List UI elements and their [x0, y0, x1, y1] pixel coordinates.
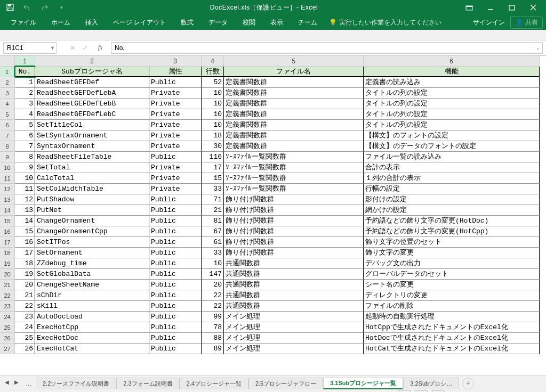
column-header[interactable]: 1 [15, 56, 35, 67]
row-header[interactable]: 8 [0, 141, 15, 152]
cell-func[interactable]: 影付けの設定 [364, 194, 540, 205]
sheet-tab[interactable]: 2.4プロシージャ一覧 [180, 378, 248, 389]
sheet-tab[interactable]: 3.2Subプロシ… [403, 378, 459, 389]
cell-func[interactable]: ファイルの削除 [364, 301, 540, 312]
cell-attr[interactable]: Private [149, 99, 202, 109]
column-header[interactable]: 6 [364, 56, 540, 67]
tab-nav-next[interactable]: ▶ [12, 378, 21, 387]
row-header[interactable]: 21 [0, 280, 15, 290]
row-header[interactable]: 5 [0, 109, 15, 120]
qat-customize[interactable]: ▾ [53, 1, 69, 14]
row-header[interactable]: 3 [0, 88, 15, 99]
cell-func[interactable]: 飾り文字の位置のセット [364, 237, 540, 248]
cell-func[interactable]: 網かけの設定 [364, 205, 540, 216]
cell-func[interactable]: タイトルの列の設定 [364, 99, 540, 109]
column-header[interactable]: 5 [224, 56, 364, 67]
cell-func[interactable]: シート名の変更 [364, 280, 540, 290]
redo-button[interactable] [36, 1, 52, 14]
row-header[interactable]: 20 [0, 269, 15, 280]
cell-lines[interactable]: 10 [202, 99, 224, 109]
sheet-tab[interactable]: 2.2ソースファイル説明書 [36, 378, 116, 389]
cell-attr[interactable]: Private [149, 109, 202, 120]
table-header-cell[interactable]: 行数 [202, 67, 224, 77]
cell-attr[interactable]: Public [149, 312, 202, 322]
cell-lines[interactable]: 33 [202, 184, 224, 194]
cell-file[interactable]: 飾り付け関数群 [224, 194, 364, 205]
cell-no[interactable]: 5 [15, 120, 35, 130]
row-header[interactable]: 1 [0, 67, 15, 77]
cell-no[interactable]: 20 [15, 280, 35, 290]
cell-no[interactable]: 7 [15, 141, 35, 152]
spreadsheet-grid[interactable]: 1234561No.Subプロシージャ名属性行数ファイル名機能21ReadShe… [0, 55, 546, 375]
cell-file[interactable]: ｿｰｽﾌｧｲﾙ一覧関数群 [224, 162, 364, 173]
cell-subname[interactable]: ReadSheetGEFDefLebC [35, 109, 149, 120]
cell-attr[interactable]: Public [149, 205, 202, 216]
cell-attr[interactable]: Private [149, 120, 202, 130]
row-header[interactable]: 22 [0, 290, 15, 301]
cell-file[interactable]: 共通関数群 [224, 290, 364, 301]
cell-subname[interactable]: ChangeOrnament [35, 216, 149, 226]
cell-func[interactable]: 【構文】のフォントの設定 [364, 130, 540, 141]
cell-subname[interactable]: ExecHotDoc [35, 333, 149, 344]
cell-no[interactable]: 6 [15, 130, 35, 141]
cell-attr[interactable]: Public [149, 258, 202, 269]
column-header[interactable]: 2 [35, 56, 149, 67]
cell-file[interactable]: ｿｰｽﾌｧｲﾙ一覧関数群 [224, 184, 364, 194]
cell-subname[interactable]: ReadSheetGEFDef [35, 77, 149, 88]
row-header[interactable]: 14 [0, 205, 15, 216]
row-header[interactable]: 17 [0, 237, 15, 248]
cell-subname[interactable]: ExecHotCpp [35, 322, 149, 333]
cell-attr[interactable]: Public [149, 77, 202, 88]
cell-no[interactable]: 24 [15, 322, 35, 333]
cell-no[interactable]: 11 [15, 184, 35, 194]
cell-lines[interactable]: 30 [202, 141, 224, 152]
cell-file[interactable]: 定義書関数群 [224, 88, 364, 99]
cell-subname[interactable]: AutoDocLoad [35, 312, 149, 322]
cell-no[interactable]: 13 [15, 205, 35, 216]
cell-file[interactable]: メイン処理 [224, 333, 364, 344]
cell-subname[interactable]: ChengeSheetName [35, 280, 149, 290]
cell-func[interactable]: 起動時の自動実行処理 [364, 312, 540, 322]
cell-func[interactable]: 予約語などの飾り文字の変更(HotCpp) [364, 226, 540, 237]
cell-attr[interactable]: Public [149, 226, 202, 237]
cell-file[interactable]: メイン処理 [224, 312, 364, 322]
column-header[interactable]: 3 [149, 56, 202, 67]
row-header[interactable]: 16 [0, 226, 15, 237]
cell-no[interactable]: 1 [15, 77, 35, 88]
cell-attr[interactable]: Private [149, 173, 202, 184]
table-header-cell[interactable]: No. [15, 67, 35, 77]
cell-file[interactable]: 共通関数群 [224, 280, 364, 290]
row-header[interactable]: 10 [0, 162, 15, 173]
cell-no[interactable]: 4 [15, 109, 35, 120]
cell-no[interactable]: 15 [15, 226, 35, 237]
row-header[interactable]: 4 [0, 99, 15, 109]
sheet-tab[interactable]: 2.3フォーム説明書 [116, 378, 179, 389]
tab-overflow-left[interactable]: … [21, 378, 36, 389]
cell-subname[interactable]: ChangeOrnamentCpp [35, 226, 149, 237]
cell-subname[interactable]: SetITPos [35, 237, 149, 248]
cell-subname[interactable]: SetOrnament [35, 248, 149, 258]
close-button[interactable] [523, 0, 544, 15]
cell-lines[interactable]: 21 [202, 205, 224, 216]
cell-func[interactable]: タイトルの列の設定 [364, 120, 540, 130]
cell-file[interactable]: 定義書関数群 [224, 141, 364, 152]
cell-func[interactable]: 合計の表示 [364, 162, 540, 173]
row-header[interactable]: 6 [0, 120, 15, 130]
cell-attr[interactable]: Public [149, 301, 202, 312]
name-box[interactable]: R1C1 ▼ [3, 42, 57, 54]
minimize-button[interactable] [480, 0, 501, 15]
ribbon-tab[interactable]: 数式 [173, 15, 201, 30]
cell-attr[interactable]: Public [149, 152, 202, 162]
ribbon-tab[interactable]: ファイル [3, 15, 44, 30]
row-header[interactable]: 15 [0, 216, 15, 226]
cell-file[interactable]: 飾り付け関数群 [224, 226, 364, 237]
cell-func[interactable]: タイトルの列の設定 [364, 109, 540, 120]
cell-no[interactable]: 8 [15, 152, 35, 162]
cell-subname[interactable]: SetTotal [35, 162, 149, 173]
cell-func[interactable]: ファイル一覧の読み込み [364, 152, 540, 162]
cell-lines[interactable]: 78 [202, 322, 224, 333]
cell-file[interactable]: メイン処理 [224, 344, 364, 354]
cell-no[interactable]: 9 [15, 162, 35, 173]
view-pagelayout-button[interactable]: ▤ [415, 390, 428, 393]
cell-no[interactable]: 25 [15, 333, 35, 344]
